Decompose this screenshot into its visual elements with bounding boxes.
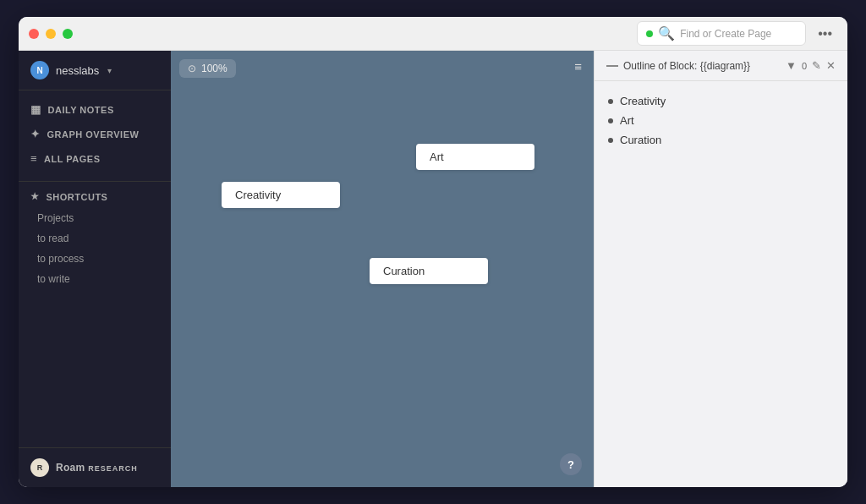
shortcut-to-process[interactable]: to process <box>19 249 171 269</box>
workspace-header[interactable]: N nesslabs ▾ <box>19 51 171 90</box>
sidebar-nav: ▦ DAILY NOTES ✦ GRAPH OVERVIEW ≡ ALL PAG… <box>19 90 171 178</box>
more-options-button[interactable]: ••• <box>813 25 837 43</box>
canvas-toolbar: ⊙ 100% <box>179 59 236 78</box>
titlebar-center: 🔍 Find or Create Page ••• <box>79 21 837 46</box>
panel-dash-icon <box>606 65 618 67</box>
workspace-name: nesslabs <box>56 64 99 77</box>
shortcuts-label: SHORTCUTS <box>47 192 108 202</box>
outline-item-curation[interactable]: Curation <box>608 130 834 150</box>
all-pages-label: ALL PAGES <box>44 154 100 164</box>
sidebar-footer: R Roam RESEARCH <box>19 447 171 487</box>
bullet-icon <box>608 138 613 143</box>
canvas-menu-icon[interactable]: ≡ <box>574 59 582 74</box>
minimize-dot[interactable] <box>46 29 56 39</box>
filter-button[interactable]: ▼ <box>786 59 797 72</box>
roam-brand: Roam RESEARCH <box>56 462 138 474</box>
daily-notes-label: DAILY NOTES <box>48 105 114 115</box>
close-dot[interactable] <box>29 29 39 39</box>
search-icon: 🔍 <box>658 25 675 41</box>
sidebar-item-graph-overview[interactable]: ✦ GRAPH OVERVIEW <box>19 122 171 146</box>
shortcuts-section: ★ SHORTCUTS Projects to read to process … <box>19 185 171 289</box>
panel-title: Outline of Block: {{diagram}} <box>606 60 750 72</box>
help-button[interactable]: ? <box>560 453 582 475</box>
sidebar-divider <box>19 181 171 182</box>
node-creativity-label: Creativity <box>235 189 281 201</box>
node-curation-label: Curation <box>383 265 425 277</box>
sidebar-item-daily-notes[interactable]: ▦ DAILY NOTES <box>19 97 171 122</box>
node-art-label: Art <box>430 151 444 163</box>
filter-count: 0 <box>802 61 807 71</box>
panel-header: Outline of Block: {{diagram}} ▼ 0 ✎ ✕ <box>595 51 847 81</box>
calendar-icon: ▦ <box>30 103 41 116</box>
roam-logo: R <box>30 458 49 477</box>
chevron-down-icon: ▾ <box>107 66 112 75</box>
star-icon: ★ <box>30 191 40 202</box>
bullet-icon <box>608 118 613 123</box>
edit-button[interactable]: ✎ <box>812 59 821 72</box>
app-window: 🔍 Find or Create Page ••• N nesslabs ▾ ▦… <box>19 17 847 487</box>
node-curation[interactable]: Curation <box>370 258 488 284</box>
graph-icon: ✦ <box>30 128 41 140</box>
sidebar: N nesslabs ▾ ▦ DAILY NOTES ✦ GRAPH OVERV… <box>19 51 171 487</box>
shortcut-to-read[interactable]: to read <box>19 228 171 249</box>
workspace-avatar: N <box>30 61 49 79</box>
outline-item-art[interactable]: Art <box>608 111 834 130</box>
node-creativity[interactable]: Creativity <box>222 182 340 208</box>
shortcut-projects[interactable]: Projects <box>19 208 171 228</box>
sidebar-item-all-pages[interactable]: ≡ ALL PAGES <box>19 146 171 171</box>
pages-icon: ≡ <box>30 152 37 165</box>
outline-curation-label: Curation <box>620 134 661 146</box>
close-panel-button[interactable]: ✕ <box>826 59 836 72</box>
outline-creativity-label: Creativity <box>620 95 666 107</box>
zoom-level: 100% <box>201 63 227 74</box>
outline-item-creativity[interactable]: Creativity <box>608 91 834 111</box>
connection-status-dot <box>646 30 653 37</box>
panel-body: Creativity Art Curation <box>595 81 847 487</box>
maximize-dot[interactable] <box>63 29 73 39</box>
bullet-icon <box>608 99 613 104</box>
panel-title-text: Outline of Block: {{diagram}} <box>623 60 750 72</box>
search-placeholder: Find or Create Page <box>680 28 771 40</box>
shortcuts-header: ★ SHORTCUTS <box>19 185 171 208</box>
right-panel: Outline of Block: {{diagram}} ▼ 0 ✎ ✕ Cr… <box>594 51 847 487</box>
panel-header-actions: ▼ 0 ✎ ✕ <box>786 59 836 72</box>
zoom-icon: ⊙ <box>188 63 196 74</box>
node-art[interactable]: Art <box>416 144 534 170</box>
search-bar[interactable]: 🔍 Find or Create Page <box>637 21 806 46</box>
main-content: N nesslabs ▾ ▦ DAILY NOTES ✦ GRAPH OVERV… <box>19 51 847 487</box>
outline-art-label: Art <box>620 114 634 127</box>
graph-overview-label: GRAPH OVERVIEW <box>47 129 140 140</box>
shortcut-to-write[interactable]: to write <box>19 269 171 289</box>
canvas-area[interactable]: ⊙ 100% ≡ Creativity Art Curation ? <box>171 51 594 487</box>
titlebar: 🔍 Find or Create Page ••• <box>19 17 847 51</box>
